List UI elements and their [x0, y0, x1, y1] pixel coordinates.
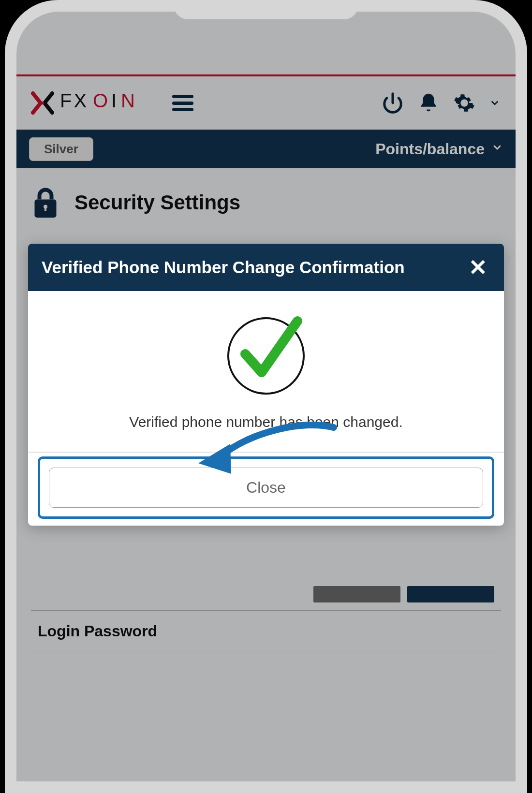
annotation-arrow-icon [189, 417, 343, 475]
lock-icon [31, 186, 60, 220]
modal-header: Verified Phone Number Change Confirmatio… [28, 244, 504, 291]
login-password-row[interactable]: Login Password [31, 611, 501, 652]
phone-notch [174, 0, 358, 19]
phone-screen: FX O I N [16, 12, 516, 781]
account-bar: Silver Points/balance [16, 130, 516, 168]
svg-text:I: I [111, 91, 118, 111]
obscured-row-actions [31, 581, 501, 610]
logo[interactable]: FX O I N [31, 91, 157, 115]
page-title-row: Security Settings [16, 168, 516, 233]
bell-icon[interactable] [417, 91, 440, 115]
page-title: Security Settings [74, 191, 240, 214]
svg-marker-10 [198, 444, 231, 474]
close-icon[interactable]: ✕ [466, 254, 490, 280]
svg-text:FX: FX [60, 91, 89, 111]
svg-point-0 [41, 102, 44, 104]
svg-text:O: O [93, 91, 110, 111]
points-balance-toggle[interactable]: Points/balance [375, 140, 503, 158]
app-header: FX O I N [16, 76, 516, 130]
chevron-down-icon[interactable] [488, 91, 501, 115]
phone-frame: FX O I N [5, 0, 527, 793]
row-label: Login Password [38, 622, 157, 640]
logo-text: FX O I N [60, 91, 157, 115]
tier-badge: Silver [29, 137, 93, 161]
chevron-down-icon [491, 141, 503, 157]
modal-title: Verified Phone Number Change Confirmatio… [42, 256, 466, 279]
menu-button[interactable] [172, 95, 193, 111]
confirmation-modal: Verified Phone Number Change Confirmatio… [28, 244, 504, 526]
modal-body: Verified phone number has been changed. [28, 291, 504, 452]
success-check-icon [221, 308, 311, 397]
logo-mark-icon [31, 91, 54, 115]
obscured-button [313, 586, 400, 602]
gear-icon[interactable] [453, 91, 476, 115]
points-balance-label: Points/balance [375, 140, 485, 158]
svg-rect-8 [44, 207, 46, 211]
obscured-button [407, 586, 494, 602]
power-icon[interactable] [381, 91, 404, 115]
svg-text:N: N [121, 91, 137, 111]
